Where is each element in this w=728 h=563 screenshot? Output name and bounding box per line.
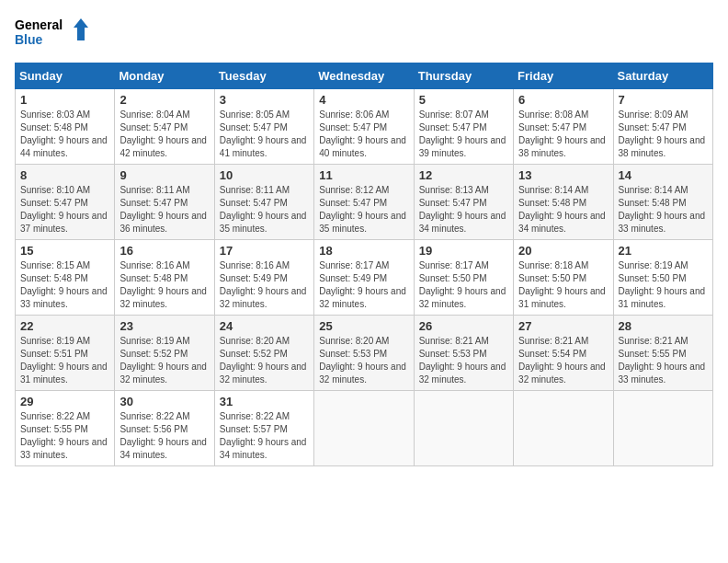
day-info: Sunrise: 8:10 AMSunset: 5:47 PMDaylight:… xyxy=(20,185,108,234)
week-row-4: 22 Sunrise: 8:19 AMSunset: 5:51 PMDaylig… xyxy=(16,316,713,391)
day-cell: 3 Sunrise: 8:05 AMSunset: 5:47 PMDayligh… xyxy=(214,89,313,165)
day-cell: 13 Sunrise: 8:14 AMSunset: 5:48 PMDaylig… xyxy=(514,165,613,240)
day-cell xyxy=(613,391,712,466)
day-cell: 18 Sunrise: 8:17 AMSunset: 5:49 PMDaylig… xyxy=(314,240,414,316)
day-cell: 6 Sunrise: 8:08 AMSunset: 5:47 PMDayligh… xyxy=(514,89,613,165)
day-info: Sunrise: 8:03 AMSunset: 5:48 PMDaylight:… xyxy=(20,109,108,158)
day-cell: 25 Sunrise: 8:20 AMSunset: 5:53 PMDaylig… xyxy=(314,316,414,391)
day-info: Sunrise: 8:21 AMSunset: 5:54 PMDaylight:… xyxy=(518,336,606,385)
day-info: Sunrise: 8:14 AMSunset: 5:48 PMDaylight:… xyxy=(518,185,606,234)
day-number: 15 xyxy=(20,244,109,258)
svg-text:Blue: Blue xyxy=(15,32,43,47)
day-info: Sunrise: 8:21 AMSunset: 5:53 PMDaylight:… xyxy=(419,336,506,385)
day-info: Sunrise: 8:19 AMSunset: 5:52 PMDaylight:… xyxy=(119,336,207,385)
day-cell: 7 Sunrise: 8:09 AMSunset: 5:47 PMDayligh… xyxy=(613,89,712,165)
day-cell: 28 Sunrise: 8:21 AMSunset: 5:55 PMDaylig… xyxy=(613,316,712,391)
day-number: 30 xyxy=(119,395,209,408)
logo-svg: General Blue xyxy=(15,15,88,52)
day-info: Sunrise: 8:17 AMSunset: 5:50 PMDaylight:… xyxy=(419,260,506,309)
day-number: 22 xyxy=(20,319,109,333)
header-monday: Monday xyxy=(115,63,214,89)
day-number: 8 xyxy=(20,168,109,182)
day-cell: 9 Sunrise: 8:11 AMSunset: 5:47 PMDayligh… xyxy=(115,165,214,240)
header-tuesday: Tuesday xyxy=(214,63,313,89)
day-number: 2 xyxy=(119,93,209,107)
day-info: Sunrise: 8:12 AMSunset: 5:47 PMDaylight:… xyxy=(319,185,406,234)
day-cell: 12 Sunrise: 8:13 AMSunset: 5:47 PMDaylig… xyxy=(414,165,513,240)
day-number: 29 xyxy=(20,395,109,408)
day-info: Sunrise: 8:21 AMSunset: 5:55 PMDaylight:… xyxy=(619,336,706,385)
day-cell: 27 Sunrise: 8:21 AMSunset: 5:54 PMDaylig… xyxy=(514,316,613,391)
day-number: 6 xyxy=(518,93,608,107)
day-info: Sunrise: 8:16 AMSunset: 5:49 PMDaylight:… xyxy=(220,260,307,309)
day-number: 24 xyxy=(220,319,309,333)
day-cell: 21 Sunrise: 8:19 AMSunset: 5:50 PMDaylig… xyxy=(613,240,712,316)
day-info: Sunrise: 8:22 AMSunset: 5:57 PMDaylight:… xyxy=(220,411,307,460)
day-number: 7 xyxy=(619,93,708,107)
day-info: Sunrise: 8:05 AMSunset: 5:47 PMDaylight:… xyxy=(220,109,307,158)
week-row-1: 1 Sunrise: 8:03 AMSunset: 5:48 PMDayligh… xyxy=(16,89,713,165)
header-friday: Friday xyxy=(514,63,613,89)
week-row-3: 15 Sunrise: 8:15 AMSunset: 5:48 PMDaylig… xyxy=(16,240,713,316)
header-sunday: Sunday xyxy=(16,63,115,89)
day-cell: 4 Sunrise: 8:06 AMSunset: 5:47 PMDayligh… xyxy=(314,89,414,165)
day-cell: 10 Sunrise: 8:11 AMSunset: 5:47 PMDaylig… xyxy=(214,165,313,240)
day-info: Sunrise: 8:08 AMSunset: 5:47 PMDaylight:… xyxy=(518,109,606,158)
day-info: Sunrise: 8:07 AMSunset: 5:47 PMDaylight:… xyxy=(419,109,506,158)
day-number: 1 xyxy=(20,93,109,107)
header-saturday: Saturday xyxy=(613,63,712,89)
day-number: 27 xyxy=(518,319,608,333)
day-info: Sunrise: 8:13 AMSunset: 5:47 PMDaylight:… xyxy=(419,185,506,234)
day-number: 21 xyxy=(619,244,708,258)
day-info: Sunrise: 8:20 AMSunset: 5:52 PMDaylight:… xyxy=(220,336,307,385)
day-cell: 19 Sunrise: 8:17 AMSunset: 5:50 PMDaylig… xyxy=(414,240,513,316)
day-number: 16 xyxy=(119,244,209,258)
day-cell xyxy=(514,391,613,466)
page-header: General Blue xyxy=(15,15,713,52)
day-cell: 8 Sunrise: 8:10 AMSunset: 5:47 PMDayligh… xyxy=(16,165,115,240)
day-cell: 2 Sunrise: 8:04 AMSunset: 5:47 PMDayligh… xyxy=(115,89,214,165)
day-info: Sunrise: 8:22 AMSunset: 5:55 PMDaylight:… xyxy=(20,411,108,460)
day-cell: 15 Sunrise: 8:15 AMSunset: 5:48 PMDaylig… xyxy=(16,240,115,316)
day-cell: 26 Sunrise: 8:21 AMSunset: 5:53 PMDaylig… xyxy=(414,316,513,391)
day-number: 31 xyxy=(220,395,309,408)
day-number: 4 xyxy=(319,93,408,107)
day-cell: 22 Sunrise: 8:19 AMSunset: 5:51 PMDaylig… xyxy=(16,316,115,391)
day-cell: 1 Sunrise: 8:03 AMSunset: 5:48 PMDayligh… xyxy=(16,89,115,165)
day-info: Sunrise: 8:17 AMSunset: 5:49 PMDaylight:… xyxy=(319,260,406,309)
day-cell: 29 Sunrise: 8:22 AMSunset: 5:55 PMDaylig… xyxy=(16,391,115,466)
day-info: Sunrise: 8:06 AMSunset: 5:47 PMDaylight:… xyxy=(319,109,406,158)
day-number: 12 xyxy=(419,168,508,182)
day-info: Sunrise: 8:16 AMSunset: 5:48 PMDaylight:… xyxy=(119,260,207,309)
day-number: 13 xyxy=(518,168,608,182)
day-info: Sunrise: 8:19 AMSunset: 5:51 PMDaylight:… xyxy=(20,336,108,385)
day-number: 25 xyxy=(319,319,408,333)
day-cell: 23 Sunrise: 8:19 AMSunset: 5:52 PMDaylig… xyxy=(115,316,214,391)
day-cell: 24 Sunrise: 8:20 AMSunset: 5:52 PMDaylig… xyxy=(214,316,313,391)
day-number: 11 xyxy=(319,168,408,182)
day-number: 20 xyxy=(518,244,608,258)
day-cell xyxy=(414,391,513,466)
day-cell: 17 Sunrise: 8:16 AMSunset: 5:49 PMDaylig… xyxy=(214,240,313,316)
day-cell: 5 Sunrise: 8:07 AMSunset: 5:47 PMDayligh… xyxy=(414,89,513,165)
day-info: Sunrise: 8:22 AMSunset: 5:56 PMDaylight:… xyxy=(119,411,207,460)
day-cell: 20 Sunrise: 8:18 AMSunset: 5:50 PMDaylig… xyxy=(514,240,613,316)
calendar-table: SundayMondayTuesdayWednesdayThursdayFrid… xyxy=(15,63,713,466)
day-number: 28 xyxy=(619,319,708,333)
day-cell: 14 Sunrise: 8:14 AMSunset: 5:48 PMDaylig… xyxy=(613,165,712,240)
day-number: 5 xyxy=(419,93,508,107)
week-row-2: 8 Sunrise: 8:10 AMSunset: 5:47 PMDayligh… xyxy=(16,165,713,240)
day-number: 10 xyxy=(220,168,309,182)
day-cell: 11 Sunrise: 8:12 AMSunset: 5:47 PMDaylig… xyxy=(314,165,414,240)
day-cell: 30 Sunrise: 8:22 AMSunset: 5:56 PMDaylig… xyxy=(115,391,214,466)
day-info: Sunrise: 8:11 AMSunset: 5:47 PMDaylight:… xyxy=(119,185,207,234)
day-info: Sunrise: 8:09 AMSunset: 5:47 PMDaylight:… xyxy=(619,109,706,158)
calendar-header-row: SundayMondayTuesdayWednesdayThursdayFrid… xyxy=(16,63,713,89)
day-info: Sunrise: 8:14 AMSunset: 5:48 PMDaylight:… xyxy=(619,185,706,234)
day-cell: 31 Sunrise: 8:22 AMSunset: 5:57 PMDaylig… xyxy=(214,391,313,466)
day-info: Sunrise: 8:04 AMSunset: 5:47 PMDaylight:… xyxy=(119,109,207,158)
logo: General Blue xyxy=(15,15,88,52)
header-wednesday: Wednesday xyxy=(314,63,414,89)
day-cell xyxy=(314,391,414,466)
header-thursday: Thursday xyxy=(414,63,513,89)
